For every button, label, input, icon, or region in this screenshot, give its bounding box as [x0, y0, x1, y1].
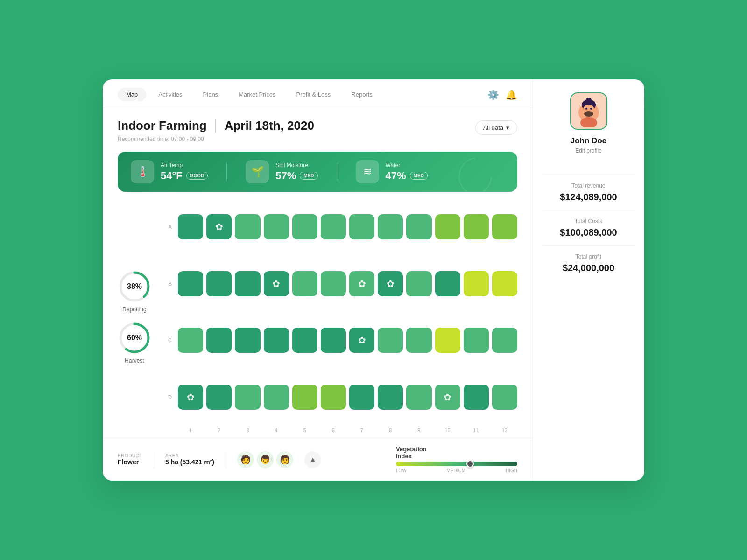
grid-cell-A9[interactable]: [406, 214, 431, 239]
grid-cell-D9[interactable]: [406, 385, 431, 410]
flower-icon: ✿: [215, 221, 223, 232]
avatar-3: 🧑: [276, 451, 293, 468]
grid-cell-D5[interactable]: [292, 385, 317, 410]
col-1: 1: [178, 427, 203, 433]
notifications-button[interactable]: 🔔: [506, 89, 517, 100]
settings-button[interactable]: ⚙️: [487, 89, 499, 100]
tab-map[interactable]: Map: [118, 88, 146, 101]
chevron-up-icon: ▲: [309, 455, 317, 464]
stat-divider-2: [542, 210, 635, 210]
nav-tabs: Map Activities Plans Market Prices Profi…: [118, 88, 381, 101]
grid-cell-B6[interactable]: [321, 271, 346, 296]
grid-cell-A4[interactable]: [264, 214, 289, 239]
tab-activities[interactable]: Activities: [150, 88, 190, 101]
grid-cell-C1[interactable]: [178, 328, 203, 353]
title-row: Indoor Farming April 18th, 2020: [118, 119, 314, 133]
total-revenue-stat: Total revenue $124,089,000: [542, 182, 635, 203]
col-5: 5: [292, 427, 317, 433]
grid-cell-B5[interactable]: [292, 271, 317, 296]
row-label-b: B: [165, 281, 175, 287]
grid-cell-C2[interactable]: [206, 328, 232, 353]
grid-cell-D2[interactable]: [206, 385, 232, 410]
harvest-label: Harvest: [125, 357, 144, 364]
grid-cell-A2[interactable]: ✿: [206, 214, 232, 239]
area-value: 5 ha (53.421 m²): [165, 458, 214, 466]
grid-cell-D6[interactable]: [321, 385, 346, 410]
grid-cell-A1[interactable]: [178, 214, 203, 239]
grid-cell-D10[interactable]: ✿: [435, 385, 460, 410]
grid-cell-A3[interactable]: [235, 214, 260, 239]
grid-cell-D11[interactable]: [464, 385, 489, 410]
grid-cell-D12[interactable]: [492, 385, 517, 410]
tab-market-prices[interactable]: Market Prices: [230, 88, 284, 101]
grid-cell-C12[interactable]: [492, 328, 517, 353]
grid-cell-A11[interactable]: [464, 214, 489, 239]
tab-profit-loss[interactable]: Profit & Loss: [288, 88, 339, 101]
total-revenue-value: $124,089,000: [542, 192, 635, 203]
main-panel: Map Activities Plans Market Prices Profi…: [103, 79, 532, 481]
grid-cell-A10[interactable]: [435, 214, 460, 239]
col-2: 2: [206, 427, 232, 433]
veg-high-label: HIGH: [506, 468, 517, 473]
soil-label: Soil Moisture: [275, 162, 317, 168]
col-3: 3: [235, 427, 260, 433]
bottom-divider-1: [154, 451, 154, 468]
grid-cell-B1[interactable]: [178, 271, 203, 296]
grid-section: 38% Repotting 60% Harvest: [103, 200, 532, 433]
grid-cell-B12[interactable]: [492, 271, 517, 296]
tab-reports[interactable]: Reports: [343, 88, 381, 101]
air-temp-icon-box: 🌡️: [131, 160, 154, 183]
grid-footer-spacer: [165, 427, 175, 433]
air-temp-value-row: 54°F GOOD: [161, 170, 208, 182]
water-value-row: 47% MED: [386, 170, 428, 182]
grid-cell-C6[interactable]: [321, 328, 346, 353]
grid-cell-B2[interactable]: [206, 271, 232, 296]
expand-button[interactable]: ▲: [304, 451, 321, 468]
all-data-button[interactable]: All data ▾: [475, 120, 517, 135]
grid-cell-B8[interactable]: ✿: [378, 271, 403, 296]
grid-cell-D1[interactable]: ✿: [178, 385, 203, 410]
veg-index-bar: [396, 462, 517, 466]
water-value: 47%: [386, 170, 406, 182]
grid-cell-C3[interactable]: [235, 328, 260, 353]
grid-cell-B10[interactable]: [435, 271, 460, 296]
grid-cell-B3[interactable]: [235, 271, 260, 296]
grid-cell-B9[interactable]: [406, 271, 431, 296]
veg-index-marker: [466, 460, 474, 468]
flower-icon: ✿: [187, 392, 195, 403]
grid-cell-A7[interactable]: [349, 214, 374, 239]
grid-cell-C7[interactable]: ✿: [349, 328, 374, 353]
edit-profile-link[interactable]: Edit profile: [575, 147, 602, 154]
soil-icon: 🌱: [251, 166, 264, 178]
tab-plans[interactable]: Plans: [195, 88, 227, 101]
gear-icon: ⚙️: [487, 89, 499, 100]
row-label-a: A: [165, 224, 175, 230]
grid-cell-B11[interactable]: [464, 271, 489, 296]
grid-cell-B7[interactable]: ✿: [349, 271, 374, 296]
veg-medium-label: MEDIUM: [447, 468, 466, 473]
grid-cell-C9[interactable]: [406, 328, 431, 353]
sensor-divider-1: [226, 162, 227, 181]
veg-index-labels: LOW MEDIUM HIGH: [396, 468, 517, 473]
flower-icon: ✿: [387, 278, 395, 289]
grid-cell-C10[interactable]: [435, 328, 460, 353]
grid-cell-C4[interactable]: [264, 328, 289, 353]
grid-cell-D7[interactable]: [349, 385, 374, 410]
grid-cell-C8[interactable]: [378, 328, 403, 353]
grid-cell-D8[interactable]: [378, 385, 403, 410]
grid-cell-A12[interactable]: [492, 214, 517, 239]
grid-cell-A8[interactable]: [378, 214, 403, 239]
grid-cell-D4[interactable]: [264, 385, 289, 410]
bottom-bar: PRODUCT Flower AREA 5 ha (53.421 m²) 🧑 👦…: [103, 438, 532, 481]
circle-repotting: 38% Repotting: [118, 270, 151, 313]
grid-cell-C5[interactable]: [292, 328, 317, 353]
col-10: 10: [435, 427, 460, 433]
grid-cell-A6[interactable]: [321, 214, 346, 239]
grid-cell-C11[interactable]: [464, 328, 489, 353]
grid-cell-A5[interactable]: [292, 214, 317, 239]
grid-cell-D3[interactable]: [235, 385, 260, 410]
soil-icon-box: 🌱: [246, 160, 269, 183]
grid-cell-B4[interactable]: ✿: [264, 271, 289, 296]
row-label-d: D: [165, 394, 175, 400]
page-title: Indoor Farming: [118, 119, 207, 133]
